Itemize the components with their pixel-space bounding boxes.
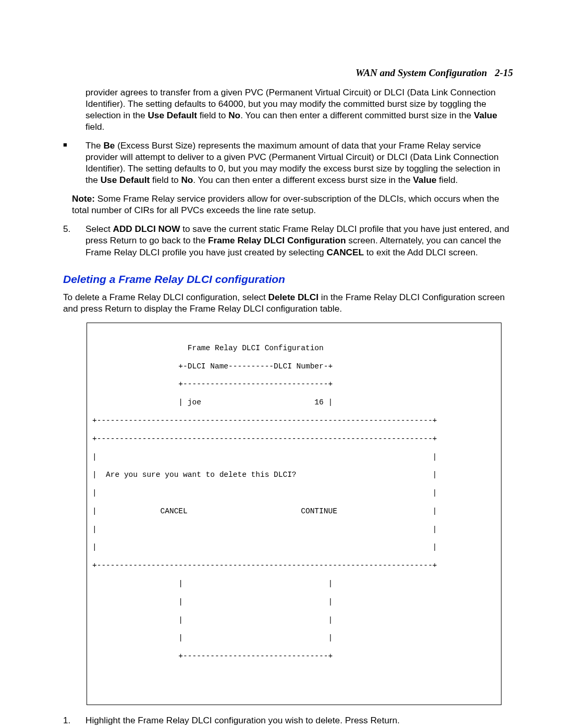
term-line: | | — [92, 525, 496, 534]
bold-text: Value — [413, 175, 436, 185]
text: to exit the Add DLCI screen. — [364, 247, 478, 257]
continued-paragraph: provider agrees to transfer from a given… — [85, 87, 513, 132]
term-line: +-DLCI Name----------DLCI Number-+ — [92, 362, 496, 371]
term-line: | | — [92, 489, 496, 498]
step-number: 5. — [63, 223, 70, 235]
bold-text: No — [228, 110, 240, 120]
header-section-title: WAN and System Configuration — [356, 67, 487, 78]
section-intro-paragraph: To delete a Frame Relay DLCI configurati… — [63, 291, 513, 314]
bold-text: Use Default — [148, 110, 197, 120]
note-label: Note: — [72, 193, 95, 204]
text: Select — [85, 224, 113, 234]
bold-text: ADD DLCI NOW — [113, 224, 180, 234]
term-line: +---------------------------------------… — [92, 416, 496, 425]
term-line: | CANCEL CONTINUE | — [92, 507, 496, 516]
section-heading-deleting: Deleting a Frame Relay DLCI configuratio… — [63, 273, 513, 287]
note-text: Some Frame Relay service providers allow… — [72, 193, 499, 215]
square-bullet-icon: ■ — [63, 141, 67, 150]
term-line: | | — [92, 598, 496, 607]
term-line: +---------------------------------------… — [92, 435, 496, 443]
running-header: WAN and System Configuration 2-15 — [50, 67, 513, 79]
note-paragraph: Note: Some Frame Relay service providers… — [72, 193, 513, 216]
terminal-screenshot: Frame Relay DLCI Configuration +-DLCI Na… — [87, 323, 501, 705]
term-line: +---------------------------------------… — [92, 561, 496, 570]
term-line: +--------------------------------+ — [92, 380, 496, 389]
header-page-number: 2-15 — [495, 67, 513, 78]
term-line: | | — [92, 543, 496, 552]
text: field. — [85, 121, 104, 132]
term-line: | Are you sure you want to delete this D… — [92, 471, 496, 479]
bold-text: Use Default — [101, 175, 150, 185]
bold-text: No — [181, 175, 193, 185]
bullet-item-be: ■ The Be (Excess Burst Size) represents … — [50, 140, 513, 186]
text: To delete a Frame Relay DLCI configurati… — [63, 292, 268, 302]
bold-text: Be — [103, 140, 115, 151]
term-line: | | — [92, 453, 496, 462]
step-1: 1. Highlight the Frame Relay DLCI config… — [50, 714, 513, 726]
text: The — [85, 140, 103, 151]
step-5: 5. Select ADD DLCI NOW to save the curre… — [50, 223, 513, 257]
bold-text: Value — [474, 110, 497, 120]
text: Highlight the Frame Relay DLCI configura… — [85, 715, 400, 725]
bold-text: Delete DLCI — [268, 292, 319, 302]
text: field to — [150, 175, 181, 185]
term-line: Frame Relay DLCI Configuration — [92, 344, 496, 353]
text: . You can then enter a different committ… — [240, 110, 474, 120]
term-line: +--------------------------------+ — [92, 652, 496, 661]
text: . You can then enter a different excess … — [193, 175, 413, 185]
term-line: | | — [92, 579, 496, 588]
text: field. — [436, 175, 458, 185]
text: field to — [197, 110, 228, 120]
term-line: | joe 16 | — [92, 398, 496, 407]
bold-text: Frame Relay DLCI Configuration — [208, 235, 346, 245]
term-line: | | — [92, 616, 496, 625]
bold-text: CANCEL — [326, 247, 364, 257]
term-line: | | — [92, 634, 496, 643]
step-number: 1. — [63, 714, 70, 726]
